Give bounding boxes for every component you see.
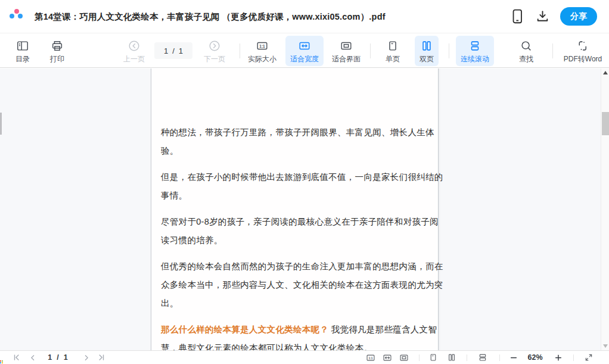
header-bar: 第14堂课：巧用人文文化类绘本，丰富孩子见闻 （更多优质好课，www.xixi0… bbox=[0, 0, 609, 33]
first-page-button[interactable] bbox=[13, 351, 21, 364]
page-current: 1 bbox=[164, 46, 168, 55]
actual-size-button[interactable]: 1:1 实际大小 bbox=[243, 36, 281, 66]
chevron-left-circle-icon bbox=[123, 38, 145, 53]
status-prev-page-button[interactable] bbox=[29, 351, 37, 364]
search-icon bbox=[519, 38, 533, 53]
find-button[interactable]: 查找 bbox=[514, 36, 538, 66]
sidebar-resize-handle[interactable] bbox=[0, 113, 2, 135]
pdf-page: 种的想法，带孩子行万里路，带孩子开阔眼界、丰富见闻、增长人生体验。但是，在孩子小… bbox=[151, 69, 439, 350]
page-number-input[interactable]: 1 / 1 bbox=[154, 42, 192, 59]
single-page-label: 单页 bbox=[386, 54, 400, 64]
paragraph: 尽管对于0-8岁的孩子，亲子阅读的最核心意义在于亲子陪伴和对孩子阅读习惯的培养。 bbox=[161, 213, 430, 250]
pdf-viewer-window: 第14堂课：巧用人文文化类绘本，丰富孩子见闻 （更多优质好课，www.xixi0… bbox=[0, 0, 609, 364]
statusbar-separator bbox=[573, 354, 574, 361]
continuous-scroll-button[interactable]: 连续滚动 bbox=[456, 36, 494, 66]
status-page-total: 1 bbox=[64, 353, 68, 362]
page-total: 1 bbox=[179, 46, 183, 55]
last-page-button[interactable] bbox=[97, 351, 105, 364]
toc-icon bbox=[15, 38, 30, 53]
chevron-right-circle-icon bbox=[204, 38, 225, 53]
fit-page-button[interactable]: 适合界面 bbox=[327, 36, 365, 66]
toolbar-separator bbox=[370, 43, 371, 58]
status-bar: 1 / 1 1:1 bbox=[0, 350, 609, 364]
status-page-current: 1 bbox=[48, 353, 52, 362]
pdf-to-word-button[interactable]: PDF转Word bbox=[559, 36, 607, 66]
mobile-device-icon[interactable] bbox=[509, 8, 525, 25]
scroll-up-arrow-icon[interactable] bbox=[603, 71, 608, 74]
fit-page-icon bbox=[332, 38, 361, 53]
document-viewport[interactable]: 种的想法，带孩子行万里路，带孩子开阔眼界、丰富见闻、增长人生体验。但是，在孩子小… bbox=[0, 69, 609, 350]
document-title: 第14堂课：巧用人文文化类绘本，丰富孩子见闻 （更多优质好课，www.xixi0… bbox=[35, 11, 386, 23]
continuous-scroll-icon bbox=[461, 38, 489, 53]
status-next-page-button[interactable] bbox=[83, 351, 91, 364]
prev-page-button[interactable]: 上一页 bbox=[119, 36, 150, 66]
convert-icon bbox=[564, 38, 602, 53]
status-single-page-button[interactable] bbox=[429, 351, 437, 364]
paragraph: 种的想法，带孩子行万里路，带孩子开阔眼界、丰富见闻、增长人生体验。 bbox=[161, 123, 430, 160]
status-fit-page-button[interactable] bbox=[399, 351, 409, 364]
print-icon bbox=[50, 38, 64, 53]
paragraph: 但是，在孩子小的时候带他出去旅游到底值不值，一向是家长们很纠结的事情。 bbox=[161, 168, 430, 205]
next-page-button[interactable]: 下一页 bbox=[199, 36, 230, 66]
page-separator: / bbox=[172, 46, 175, 55]
double-page-icon bbox=[420, 38, 434, 53]
baidu-netdisk-logo-icon bbox=[9, 9, 28, 24]
fullscreen-button[interactable] bbox=[585, 351, 593, 364]
actual-size-icon: 1:1 bbox=[248, 38, 276, 53]
statusbar-separator bbox=[467, 354, 467, 361]
status-fit-width-button[interactable] bbox=[383, 351, 393, 364]
toc-label: 目录 bbox=[15, 54, 30, 64]
scroll-down-arrow-icon[interactable] bbox=[603, 344, 608, 348]
fit-width-label: 适合宽度 bbox=[290, 54, 319, 64]
print-label: 打印 bbox=[50, 54, 64, 64]
paragraph: 但优秀的绘本会自然而然的为孩子的生命注入更加丰富的思想内涵，而在众多绘本当中，那… bbox=[161, 257, 430, 313]
zoom-level: 62% bbox=[527, 351, 542, 364]
fit-width-button[interactable]: 适合宽度 bbox=[285, 36, 324, 66]
download-icon[interactable] bbox=[535, 9, 550, 24]
double-page-button[interactable]: 双页 bbox=[415, 36, 439, 66]
svg-text:1:1: 1:1 bbox=[259, 43, 265, 48]
toc-button[interactable]: 目录 bbox=[11, 36, 35, 66]
status-continuous-scroll-button[interactable] bbox=[479, 351, 487, 364]
print-button[interactable]: 打印 bbox=[45, 36, 69, 66]
status-double-page-button[interactable] bbox=[448, 351, 456, 364]
toolbar-separator bbox=[552, 43, 553, 58]
toolbar-separator bbox=[240, 43, 240, 58]
zoom-out-button[interactable] bbox=[510, 351, 518, 364]
next-page-label: 下一页 bbox=[204, 54, 225, 64]
find-label: 查找 bbox=[519, 54, 533, 64]
scrollbar-thumb[interactable] bbox=[602, 112, 609, 135]
single-page-icon bbox=[386, 38, 400, 53]
pdf-to-word-label: PDF转Word bbox=[564, 54, 602, 64]
toolbar: 目录 打印 上一页 1 / 1 bbox=[0, 33, 609, 68]
toolbar-separator bbox=[449, 43, 449, 58]
svg-text:1:1: 1:1 bbox=[368, 356, 372, 359]
actual-size-label: 实际大小 bbox=[248, 54, 276, 64]
continuous-scroll-label: 连续滚动 bbox=[461, 54, 489, 64]
pdf-page-text: 种的想法，带孩子行万里路，带孩子开阔眼界、丰富见闻、增长人生体验。但是，在孩子小… bbox=[151, 69, 438, 350]
status-actual-size-button[interactable]: 1:1 bbox=[366, 351, 376, 364]
paragraph: 那么什么样的绘本算是人文文化类绘本呢？ 我觉得凡是那些蕴含人文智慧，典型文化元素… bbox=[161, 321, 430, 350]
taskbar-artifact bbox=[0, 360, 3, 363]
fit-width-icon bbox=[290, 38, 319, 53]
status-page-indicator: 1 / 1 bbox=[48, 351, 67, 364]
single-page-button[interactable]: 单页 bbox=[381, 36, 405, 66]
double-page-label: 双页 bbox=[420, 54, 434, 64]
prev-page-label: 上一页 bbox=[123, 54, 145, 64]
zoom-in-button[interactable] bbox=[555, 351, 563, 364]
status-page-separator: / bbox=[57, 353, 58, 362]
statusbar-separator bbox=[499, 354, 500, 361]
fit-page-label: 适合界面 bbox=[332, 54, 361, 64]
statusbar-separator bbox=[419, 354, 420, 361]
share-button[interactable]: 分享 bbox=[560, 7, 597, 26]
vertical-scrollbar[interactable] bbox=[601, 69, 609, 350]
